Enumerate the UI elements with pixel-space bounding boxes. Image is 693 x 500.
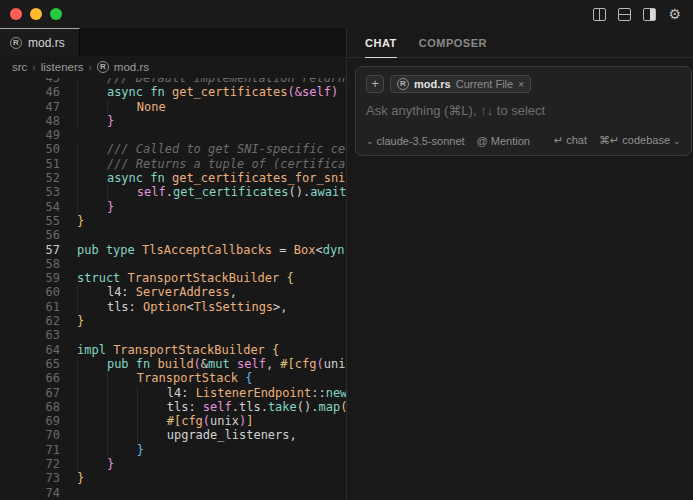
- chat-header: CHAT COMPOSER: [347, 28, 693, 58]
- breadcrumb-separator: ›: [32, 62, 35, 73]
- toggle-bottom-panel-icon[interactable]: [618, 8, 631, 21]
- code-line[interactable]: 62}: [0, 314, 346, 328]
- line-number: 54: [0, 200, 60, 214]
- chat-body: + R mod.rs Current File × ⌄ claude-3.5-s…: [347, 58, 693, 500]
- code-line[interactable]: 60 l4: ServerAddress,: [0, 285, 346, 299]
- line-number: 65: [0, 357, 60, 371]
- code-line[interactable]: 65 pub fn build(&mut self, #[cfg(unix)] …: [0, 357, 346, 371]
- zoom-window-button[interactable]: [50, 8, 62, 20]
- line-number: 67: [0, 386, 60, 400]
- titlebar-actions: ⚙: [593, 8, 693, 21]
- code-line[interactable]: 56: [0, 228, 346, 242]
- code-line[interactable]: 67 l4: ListenerEndpoint::new(self.l4.clo…: [0, 386, 346, 400]
- line-number: 66: [0, 371, 60, 385]
- line-number: 71: [0, 443, 60, 457]
- code-line[interactable]: 58: [0, 257, 346, 271]
- line-number: 48: [0, 114, 60, 128]
- chevron-down-icon: ⌄: [673, 136, 681, 146]
- breadcrumb-item-listeners[interactable]: listeners: [41, 61, 84, 73]
- rust-file-icon: R: [397, 78, 409, 90]
- code-line[interactable]: 57pub type TlsAcceptCallbacks = Box<dyn …: [0, 243, 346, 257]
- code-line[interactable]: 45 /// Default implementation returns No…: [0, 78, 346, 85]
- code-line[interactable]: 59struct TransportStackBuilder {: [0, 271, 346, 285]
- code-line[interactable]: 61 tls: Option<TlsSettings>,: [0, 300, 346, 314]
- code-line[interactable]: 50 /// Called to get SNI-specific certif…: [0, 142, 346, 156]
- line-number: 68: [0, 400, 60, 414]
- chip-close-icon[interactable]: ×: [518, 79, 524, 90]
- code-line[interactable]: 72 }: [0, 457, 346, 471]
- code-line[interactable]: 71 }: [0, 443, 346, 457]
- code-lines: 45 /// Default implementation returns No…: [0, 78, 346, 500]
- chip-tag: Current File: [456, 78, 513, 90]
- rust-file-icon: R: [97, 61, 109, 73]
- code-line[interactable]: 47 None: [0, 100, 346, 114]
- code-line[interactable]: 46 async fn get_certificates(&self) -> O…: [0, 85, 346, 99]
- line-number: 59: [0, 271, 60, 285]
- line-number: 47: [0, 100, 60, 114]
- line-number: 61: [0, 300, 60, 314]
- line-number: 64: [0, 343, 60, 357]
- toggle-right-sidebar-icon[interactable]: [643, 8, 656, 21]
- code-line[interactable]: 52 async fn get_certificates_for_sni(&se…: [0, 171, 346, 185]
- line-number: 49: [0, 128, 60, 142]
- line-number: 51: [0, 157, 60, 171]
- line-number: 55: [0, 214, 60, 228]
- code-line[interactable]: 51 /// Returns a tuple of (certificate_c…: [0, 157, 346, 171]
- app-window: ⚙ R mod.rs src › listeners › R mod.rs: [0, 0, 693, 500]
- tab-chat[interactable]: CHAT: [365, 37, 397, 58]
- tab-label: mod.rs: [28, 36, 65, 50]
- minimize-window-button[interactable]: [30, 8, 42, 20]
- titlebar: ⚙: [0, 0, 693, 28]
- code-line[interactable]: 73}: [0, 471, 346, 485]
- code-line[interactable]: 54 }: [0, 200, 346, 214]
- line-number: 72: [0, 457, 60, 471]
- add-context-button[interactable]: +: [366, 75, 384, 93]
- code-line[interactable]: 64impl TransportStackBuilder {: [0, 343, 346, 357]
- line-number: 58: [0, 257, 60, 271]
- line-number: 45: [0, 78, 60, 85]
- line-number: 50: [0, 142, 60, 156]
- toggle-panel-layout-icon[interactable]: [593, 8, 606, 21]
- line-number: 74: [0, 486, 60, 500]
- code-line[interactable]: 68 tls: self.tls.take().map(|tls| Arc::n…: [0, 400, 346, 414]
- code-line[interactable]: 74: [0, 486, 346, 500]
- code-line[interactable]: 48 }: [0, 114, 346, 128]
- breadcrumb-separator: ›: [89, 62, 92, 73]
- model-selector[interactable]: ⌄ claude-3.5-sonnet: [366, 135, 465, 147]
- submit-chat-button[interactable]: ↵ chat: [554, 134, 587, 147]
- submit-codebase-button[interactable]: ⌘↵ codebase ⌄: [599, 134, 681, 147]
- line-number: 56: [0, 228, 60, 242]
- breadcrumb-item-src[interactable]: src: [12, 61, 27, 73]
- line-number: 62: [0, 314, 60, 328]
- line-number: 60: [0, 285, 60, 299]
- line-number: 73: [0, 471, 60, 485]
- rust-file-icon: R: [10, 37, 22, 49]
- editor-pane: R mod.rs src › listeners › R mod.rs 45 /…: [0, 28, 346, 500]
- code-line[interactable]: 66 TransportStack {: [0, 371, 346, 385]
- line-number: 57: [0, 243, 60, 257]
- mention-button[interactable]: @ Mention: [477, 135, 530, 147]
- line-number: 53: [0, 185, 60, 199]
- code-line[interactable]: 63: [0, 328, 346, 342]
- tab-modrs[interactable]: R mod.rs: [0, 28, 80, 56]
- chip-file-name: mod.rs: [414, 78, 451, 90]
- code-line[interactable]: 55}: [0, 214, 346, 228]
- code-line[interactable]: 53 self.get_certificates().await // Fall…: [0, 185, 346, 199]
- tab-composer[interactable]: COMPOSER: [419, 37, 487, 57]
- window-controls: [0, 8, 62, 20]
- line-number: 63: [0, 328, 60, 342]
- line-number: 52: [0, 171, 60, 185]
- code-line[interactable]: 70 upgrade_listeners,: [0, 428, 346, 442]
- code-line[interactable]: 49: [0, 128, 346, 142]
- code-line[interactable]: 69 #[cfg(unix)]: [0, 414, 346, 428]
- chat-input[interactable]: [366, 103, 681, 118]
- current-file-chip[interactable]: R mod.rs Current File ×: [390, 75, 531, 93]
- chevron-down-icon: ⌄: [366, 136, 374, 146]
- chat-pane: CHAT COMPOSER + R mod.rs Current File ×: [346, 28, 693, 500]
- close-window-button[interactable]: [10, 8, 22, 20]
- breadcrumb: src › listeners › R mod.rs: [0, 56, 346, 78]
- code-editor[interactable]: 45 /// Default implementation returns No…: [0, 78, 346, 500]
- settings-gear-icon[interactable]: ⚙: [668, 8, 681, 21]
- line-number: 70: [0, 428, 60, 442]
- breadcrumb-item-file[interactable]: R mod.rs: [97, 61, 149, 73]
